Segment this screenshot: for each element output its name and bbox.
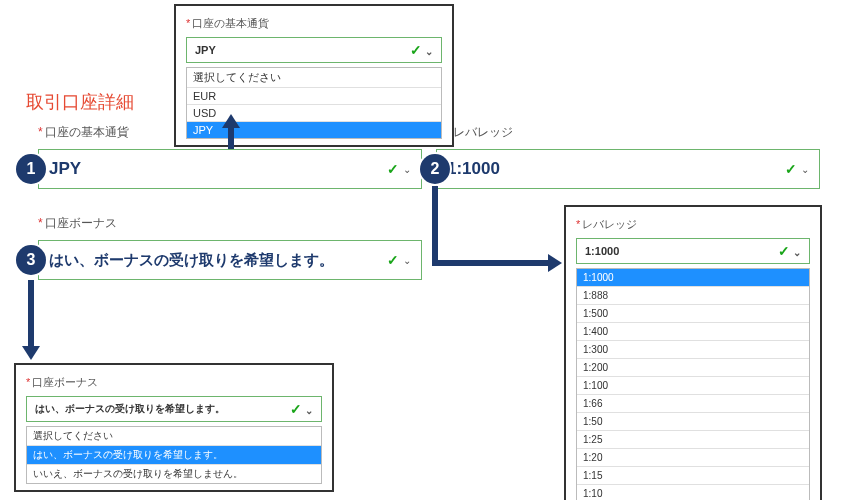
dropdown-option[interactable]: 1:66 xyxy=(577,394,809,412)
dropdown-option[interactable]: 1:500 xyxy=(577,304,809,322)
dropdown-option[interactable]: 1:300 xyxy=(577,340,809,358)
section-title: 取引口座詳細 xyxy=(26,90,134,114)
currency-options[interactable]: 選択してくださいEURUSDJPY xyxy=(186,67,442,139)
check-icon: ✓ xyxy=(387,252,399,268)
chevron-down-icon: ⌄ xyxy=(403,164,411,175)
dropdown-option[interactable]: 1:20 xyxy=(577,448,809,466)
dropdown-option[interactable]: はい、ボーナスの受け取りを希望します。 xyxy=(27,445,321,464)
currency-value: JPY xyxy=(49,159,81,179)
check-icon: ✓ xyxy=(290,401,302,417)
bonus-dropdown[interactable]: はい、ボーナスの受け取りを希望します。 ✓ ⌄ xyxy=(38,240,422,280)
chevron-down-icon: ⌄ xyxy=(305,405,313,416)
required-asterisk: * xyxy=(38,125,43,139)
check-icon: ✓ xyxy=(387,161,399,177)
dropdown-option[interactable]: 選択してください xyxy=(27,426,321,445)
chevron-down-icon: ⌄ xyxy=(425,46,433,57)
bonus-options[interactable]: 選択してくださいはい、ボーナスの受け取りを希望します。いいえ、ボーナスの受け取り… xyxy=(26,426,322,484)
bonus-value: はい、ボーナスの受け取りを希望します。 xyxy=(49,251,334,270)
currency-dropdown[interactable]: JPY ✓ ⌄ xyxy=(38,149,422,189)
step-badge-3: 3 xyxy=(16,245,46,275)
chevron-down-icon: ⌄ xyxy=(801,164,809,175)
bonus-field-label: *口座ボーナス xyxy=(38,215,117,232)
leverage-field-label: *レバレッジ xyxy=(446,124,513,141)
chevron-down-icon: ⌄ xyxy=(793,247,801,258)
dropdown-option[interactable]: 1:888 xyxy=(577,286,809,304)
leverage-options[interactable]: 1:10001:8881:5001:4001:3001:2001:1001:66… xyxy=(576,268,810,500)
dropdown-option[interactable]: EUR xyxy=(187,87,441,104)
dropdown-option[interactable]: いいえ、ボーナスの受け取りを希望しません。 xyxy=(27,464,321,483)
arrow-head-down-icon xyxy=(22,346,40,360)
leverage-value: 1:1000 xyxy=(447,159,500,179)
leverage-panel-label: *レバレッジ xyxy=(576,217,810,232)
arrow-line xyxy=(28,280,34,348)
bonus-panel-label: *口座ボーナス xyxy=(26,375,322,390)
arrow-line xyxy=(432,186,438,266)
leverage-detail-panel: *レバレッジ 1:1000 ✓ ⌄ 1:10001:8881:5001:4001… xyxy=(564,205,822,500)
dropdown-option[interactable]: 1:1000 xyxy=(577,268,809,286)
step-badge-2: 2 xyxy=(420,154,450,184)
step-badge-1: 1 xyxy=(16,154,46,184)
leverage-panel-select[interactable]: 1:1000 ✓ ⌄ xyxy=(576,238,810,264)
required-asterisk: * xyxy=(38,216,43,230)
dropdown-option[interactable]: 選択してください xyxy=(187,67,441,87)
bonus-panel-select[interactable]: はい、ボーナスの受け取りを希望します。 ✓ ⌄ xyxy=(26,396,322,422)
check-icon: ✓ xyxy=(778,243,790,259)
dropdown-option[interactable]: 1:100 xyxy=(577,376,809,394)
arrow-head-up-icon xyxy=(222,114,240,128)
check-icon: ✓ xyxy=(410,42,422,58)
arrow-line xyxy=(228,126,234,149)
dropdown-option[interactable]: 1:25 xyxy=(577,430,809,448)
dropdown-option[interactable]: 1:400 xyxy=(577,322,809,340)
arrow-line xyxy=(432,260,550,266)
currency-panel-select[interactable]: JPY ✓ ⌄ xyxy=(186,37,442,63)
leverage-dropdown[interactable]: 1:1000 ✓ ⌄ xyxy=(436,149,820,189)
dropdown-option[interactable]: 1:200 xyxy=(577,358,809,376)
check-icon: ✓ xyxy=(785,161,797,177)
dropdown-option[interactable]: 1:50 xyxy=(577,412,809,430)
dropdown-option[interactable]: 1:15 xyxy=(577,466,809,484)
currency-detail-panel: *口座の基本通貨 JPY ✓ ⌄ 選択してくださいEURUSDJPY xyxy=(174,4,454,147)
arrow-head-right-icon xyxy=(548,254,562,272)
dropdown-option[interactable]: 1:10 xyxy=(577,484,809,500)
currency-field-label: *口座の基本通貨 xyxy=(38,124,129,141)
currency-panel-label: *口座の基本通貨 xyxy=(186,16,442,31)
bonus-detail-panel: *口座ボーナス はい、ボーナスの受け取りを希望します。 ✓ ⌄ 選択してください… xyxy=(14,363,334,492)
chevron-down-icon: ⌄ xyxy=(403,255,411,266)
